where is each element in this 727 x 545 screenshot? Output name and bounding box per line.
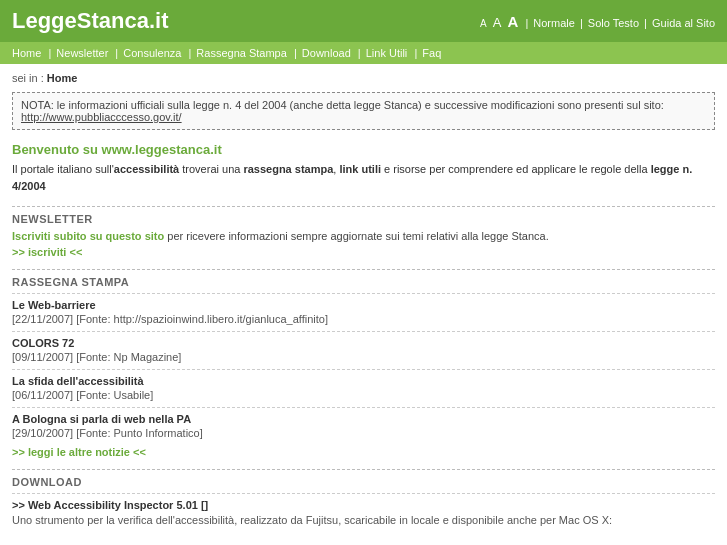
welcome-text-mid1: troverai una bbox=[179, 163, 243, 175]
welcome-text-before: Il portale italiano sull' bbox=[12, 163, 114, 175]
nav-sep: | bbox=[355, 47, 364, 59]
nav-sep: | bbox=[112, 47, 121, 59]
news-item-4-title: A Bologna si parla di web nella PA bbox=[12, 413, 715, 425]
news-item-2-meta: [09/11/2007] [Fonte: Np Magazine] bbox=[12, 351, 715, 363]
solo-testo-link[interactable]: Solo Testo bbox=[588, 17, 639, 29]
breadcrumb-prefix: sei in : bbox=[12, 72, 44, 84]
download-item-1-link[interactable]: >> Web Accessibility Inspector 5.01 [] bbox=[12, 499, 208, 511]
news-item-3-meta: [06/11/2007] [Fonte: Usabile] bbox=[12, 389, 715, 401]
nav-consulenza[interactable]: Consulenza bbox=[123, 47, 181, 59]
news-item-3: La sfida dell'accessibilità [06/11/2007]… bbox=[12, 369, 715, 401]
navbar: Home | Newsletter | Consulenza | Rassegn… bbox=[0, 42, 727, 64]
newsletter-text-after: per ricevere informazioni sempre aggiorn… bbox=[164, 230, 549, 242]
font-large-button[interactable]: A bbox=[507, 13, 518, 30]
download-section: DOWNLOAD >> Web Accessibility Inspector … bbox=[12, 469, 715, 528]
font-medium-button[interactable]: A bbox=[493, 15, 502, 30]
news-item-4-meta: [29/10/2007] [Fonte: Punto Informatico] bbox=[12, 427, 715, 439]
nav-download[interactable]: Download bbox=[302, 47, 351, 59]
welcome-keyword1: accessibilità bbox=[114, 163, 179, 175]
news-item-1: Le Web-barriere [22/11/2007] [Fonte: htt… bbox=[12, 293, 715, 325]
nav-home[interactable]: Home bbox=[12, 47, 41, 59]
news-item-1-title: Le Web-barriere bbox=[12, 299, 715, 311]
normale-link[interactable]: Normale bbox=[533, 17, 575, 29]
download-item-1-desc: Uno strumento per la verifica dell'acces… bbox=[12, 513, 715, 528]
rassegna-title: RASSEGNA STAMPA bbox=[12, 276, 715, 288]
newsletter-section: NEWSLETTER Iscriviti subito su questo si… bbox=[12, 206, 715, 259]
news-item-2-title: COLORS 72 bbox=[12, 337, 715, 349]
breadcrumb: sei in : Home bbox=[12, 72, 715, 84]
download-title: DOWNLOAD bbox=[12, 476, 715, 488]
header-tools: A A A | Normale | Solo Testo | Guida al … bbox=[478, 13, 715, 30]
note-box: NOTA: le informazioni ufficiali sulla le… bbox=[12, 92, 715, 130]
note-text: NOTA: le informazioni ufficiali sulla le… bbox=[21, 99, 664, 111]
breadcrumb-current: Home bbox=[47, 72, 78, 84]
welcome-section: Benvenuto su www.leggestanca.it Il porta… bbox=[12, 142, 715, 194]
newsletter-text: Iscriviti subito su questo sito per rice… bbox=[12, 230, 715, 242]
newsletter-iscriviti-button[interactable]: >> iscriviti << bbox=[12, 246, 82, 258]
sep1: | bbox=[525, 17, 531, 29]
sep2: | bbox=[580, 17, 586, 29]
newsletter-iscriviti-inline[interactable]: Iscriviti subito su questo sito bbox=[12, 230, 164, 242]
nav-faq[interactable]: Faq bbox=[422, 47, 441, 59]
main-content: sei in : Home NOTA: le informazioni uffi… bbox=[0, 64, 727, 545]
font-small-button[interactable]: A bbox=[480, 18, 487, 29]
nav-sep: | bbox=[291, 47, 300, 59]
nav-sep: | bbox=[45, 47, 54, 59]
note-link[interactable]: http://www.pubbliacccesso.gov.it/ bbox=[21, 111, 182, 123]
welcome-text-mid3: e risorse per comprendere ed applicare l… bbox=[381, 163, 651, 175]
guida-link[interactable]: Guida al Sito bbox=[652, 17, 715, 29]
nav-newsletter[interactable]: Newsletter bbox=[56, 47, 108, 59]
site-logo: LeggeStanca.it bbox=[12, 8, 168, 34]
rassegna-more-link[interactable]: >> leggi le altre notizie << bbox=[12, 446, 146, 458]
nav-sep: | bbox=[185, 47, 194, 59]
welcome-keyword2: rassegna stampa bbox=[243, 163, 333, 175]
newsletter-title: NEWSLETTER bbox=[12, 213, 715, 225]
download-item-1: >> Web Accessibility Inspector 5.01 [] U… bbox=[12, 493, 715, 528]
news-item-1-meta: [22/11/2007] [Fonte: http://spazioinwind… bbox=[12, 313, 715, 325]
site-header: LeggeStanca.it A A A | Normale | Solo Te… bbox=[0, 0, 727, 42]
news-item-3-title: La sfida dell'accessibilità bbox=[12, 375, 715, 387]
sep3: | bbox=[644, 17, 650, 29]
welcome-keyword3: link utili bbox=[339, 163, 381, 175]
download-item-1-title: >> Web Accessibility Inspector 5.01 [] bbox=[12, 499, 715, 511]
welcome-text: Il portale italiano sull'accessibilità t… bbox=[12, 161, 715, 194]
news-item-4: A Bologna si parla di web nella PA [29/1… bbox=[12, 407, 715, 439]
welcome-title: Benvenuto su www.leggestanca.it bbox=[12, 142, 715, 157]
news-item-2: COLORS 72 [09/11/2007] [Fonte: Np Magazi… bbox=[12, 331, 715, 363]
nav-link-utili[interactable]: Link Utili bbox=[366, 47, 408, 59]
nav-sep: | bbox=[411, 47, 420, 59]
rassegna-section: RASSEGNA STAMPA Le Web-barriere [22/11/2… bbox=[12, 269, 715, 459]
nav-rassegna[interactable]: Rassegna Stampa bbox=[196, 47, 287, 59]
